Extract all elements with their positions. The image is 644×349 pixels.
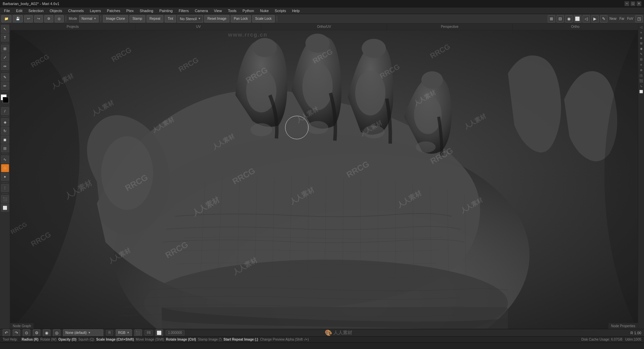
menu-item-python[interactable]: Python	[240, 8, 257, 13]
panel-view-tool[interactable]: ⊟	[1, 144, 9, 152]
opacity-icon[interactable]: ⬛	[135, 329, 142, 337]
3d-view[interactable]: RRCG 人人素材 RRCG 人人素材 RRCG 人人素材 RRCG 人人素材 …	[10, 30, 638, 329]
paint-tool-2[interactable]: ✏	[1, 82, 9, 90]
value-icon[interactable]: ⬜	[156, 329, 163, 337]
cursor-tool[interactable]: ↖	[1, 25, 9, 33]
right-tool-10[interactable]: ◳	[639, 73, 644, 78]
right-tool-12[interactable]: ∿	[639, 84, 644, 89]
menu-item-patches[interactable]: Patches	[104, 8, 123, 13]
close-button[interactable]: ×	[637, 1, 641, 6]
particle-tool[interactable]: ✦	[1, 173, 9, 181]
logo-icon: 🎨	[325, 329, 332, 337]
tint-btn[interactable]: Tint	[165, 15, 176, 22]
panel-tool-2[interactable]: ⬜	[1, 204, 9, 212]
grid-tool[interactable]: ⊞	[1, 45, 9, 53]
repeat-btn[interactable]: Repeat	[147, 15, 163, 22]
right-tool-13[interactable]: ⬜	[639, 89, 644, 94]
dots-menu[interactable]: ⋮	[1, 184, 9, 192]
menu-item-painting[interactable]: Painting	[157, 8, 175, 13]
channel-dropdown[interactable]: RGB ▼	[116, 329, 132, 337]
panel-tool-1[interactable]: ⬛	[1, 195, 9, 203]
redo-button[interactable]: ↷	[13, 329, 20, 337]
r-checkbox[interactable]: R	[106, 330, 113, 336]
window-controls[interactable]: − □ ×	[625, 1, 641, 6]
scale-tool[interactable]: ⇔	[1, 62, 9, 70]
right-tool-11[interactable]: ⬛	[639, 79, 644, 83]
maximize-button[interactable]: □	[631, 1, 635, 6]
menu-item-filters[interactable]: Filters	[176, 8, 192, 13]
menu-item-nuke[interactable]: Nuke	[257, 8, 271, 13]
pan-lock-btn[interactable]: Pan Lock	[231, 15, 251, 22]
brush-preset-arrow: ▼	[88, 331, 91, 334]
active-tool[interactable]: ☉	[1, 164, 9, 172]
menu-item-channels[interactable]: Channels	[65, 8, 86, 13]
menu-item-objects[interactable]: Objects	[47, 8, 65, 13]
menu-item-tools[interactable]: Tools	[225, 8, 239, 13]
stencil-dropdown[interactable]: No Stencil ▼	[177, 15, 203, 22]
text-tool[interactable]: T	[1, 34, 9, 42]
tool-help-radius: Radius (R) Rotate (W) Opacity (O) Squish…	[21, 338, 309, 341]
undo-button[interactable]: ↶	[3, 329, 10, 337]
stamp-btn[interactable]: Stamp	[129, 15, 145, 22]
menu-item-scripts[interactable]: Scripts	[272, 8, 289, 13]
brush-preset-dropdown[interactable]: None (default) ▼	[63, 329, 103, 337]
toolbar-save[interactable]: 💾	[13, 15, 23, 22]
toolbar-settings[interactable]: ⚙	[44, 15, 53, 22]
stamp-clone-tool[interactable]: ∿	[1, 155, 9, 163]
dot-btn-1[interactable]: ⊙	[23, 329, 30, 337]
value-field[interactable]: 1.000000	[166, 330, 184, 336]
main-viewport[interactable]: RRCG 人人素材 RRCG 人人素材 RRCG 人人素材 RRCG 人人素材 …	[10, 30, 638, 329]
menu-item-layers[interactable]: Layers	[87, 8, 104, 13]
stroke-tool[interactable]: /	[1, 107, 9, 115]
scale-lock-btn[interactable]: Scale Lock	[252, 15, 275, 22]
reset-image-btn[interactable]: Reset Image	[204, 15, 229, 22]
select-rect-tool[interactable]: ◈	[1, 118, 9, 126]
right-tool-8[interactable]: ≡	[639, 62, 644, 67]
menu-item-view[interactable]: View	[211, 8, 225, 13]
right-tool-5[interactable]: ◉	[639, 46, 644, 51]
dot-btn-2[interactable]: ⚙	[33, 329, 40, 337]
toolbar-icon-7[interactable]: ✎	[600, 15, 607, 22]
mode-dropdown[interactable]: Normal ▼	[79, 15, 99, 22]
menu-item-camera[interactable]: Camera	[192, 8, 211, 13]
minimize-button[interactable]: −	[625, 1, 629, 6]
toolbar-file-open[interactable]: 📁	[1, 15, 11, 22]
udim-display: Udim:1005	[625, 338, 641, 341]
fill-tool[interactable]: ◼	[1, 136, 9, 144]
viewport-headers: Projects UV Ortho/UV Perspective Ortho	[10, 23, 638, 30]
menu-item-ptex[interactable]: Ptex	[124, 8, 137, 13]
right-tool-1[interactable]: ◁	[639, 25, 644, 30]
right-tool-2[interactable]: ≡	[639, 30, 644, 35]
stencil-arrow: ▼	[198, 17, 201, 20]
toolbar-icon-6[interactable]: ▶	[591, 15, 599, 22]
dot-btn-3[interactable]: ◉	[43, 329, 50, 337]
menu-item-edit[interactable]: Edit	[13, 8, 25, 13]
image-clone-btn[interactable]: Image Clone	[103, 15, 128, 22]
bg-color-swatch[interactable]	[3, 97, 9, 103]
brush-icon-btn[interactable]: ◎	[53, 329, 60, 337]
toolbar-icon-3[interactable]: ◉	[565, 15, 573, 22]
toolbar-sep-2	[101, 16, 101, 22]
menu-item-shading[interactable]: Shading	[137, 8, 156, 13]
brush-preset-value: None (default)	[65, 331, 87, 335]
menu-item-help[interactable]: Help	[289, 8, 303, 13]
toolbar-brush-icon[interactable]: ◎	[55, 15, 64, 22]
disk-cache: Disk Cache Usage: 6.07GB	[581, 338, 622, 341]
menu-item-selection[interactable]: Selection	[26, 8, 46, 13]
right-tool-7[interactable]: ⊟	[639, 57, 644, 62]
right-tool-6[interactable]: ✎	[639, 52, 644, 56]
transform-tool[interactable]: ⤢	[1, 53, 9, 61]
toolbar-redo[interactable]: ↪	[34, 15, 43, 22]
rotate-canvas-tool[interactable]: ↻	[1, 127, 9, 135]
toolbar-icon-1[interactable]: ⊞	[548, 15, 555, 22]
toolbar-icon-4[interactable]: ⬜	[574, 15, 581, 22]
right-tool-9[interactable]: ⊕	[639, 68, 644, 72]
toolbar-icon-8[interactable]: ◳	[635, 15, 643, 22]
toolbar-icon-2[interactable]: ⊟	[556, 15, 564, 22]
right-tool-3[interactable]: ◈	[639, 36, 644, 40]
menu-item-file[interactable]: File	[1, 8, 13, 13]
right-tool-4[interactable]: ⊞	[639, 41, 644, 46]
toolbar-undo[interactable]: ↩	[24, 15, 33, 22]
toolbar-icon-5[interactable]: ◁	[583, 15, 590, 22]
paint-tool-1[interactable]: ✎	[1, 73, 9, 81]
